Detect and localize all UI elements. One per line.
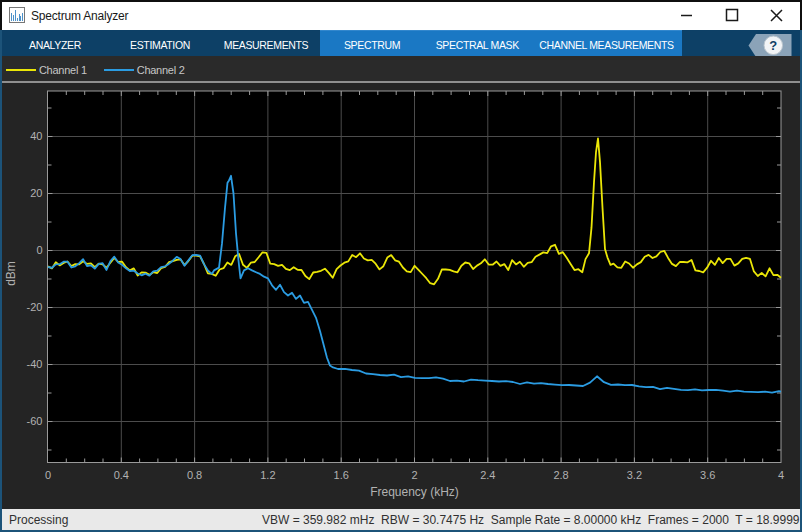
svg-text:3.2: 3.2 <box>627 469 642 481</box>
svg-text:-40: -40 <box>27 358 43 370</box>
svg-text:40: 40 <box>30 130 42 142</box>
svg-text:2: 2 <box>411 469 417 481</box>
svg-text:Frequency (kHz): Frequency (kHz) <box>370 485 459 499</box>
svg-text:0.4: 0.4 <box>114 469 129 481</box>
svg-text:0: 0 <box>45 469 51 481</box>
svg-text:3.6: 3.6 <box>700 469 715 481</box>
svg-text:2.4: 2.4 <box>480 469 495 481</box>
svg-text:20: 20 <box>30 187 42 199</box>
svg-text:-60: -60 <box>27 415 43 427</box>
svg-text:4: 4 <box>778 469 784 481</box>
svg-text:-20: -20 <box>27 301 43 313</box>
svg-text:0: 0 <box>36 244 42 256</box>
svg-text:0.8: 0.8 <box>187 469 202 481</box>
svg-text:2.8: 2.8 <box>553 469 568 481</box>
svg-text:1.6: 1.6 <box>334 469 349 481</box>
svg-text:dBm: dBm <box>4 261 18 286</box>
svg-text:1.2: 1.2 <box>260 469 275 481</box>
